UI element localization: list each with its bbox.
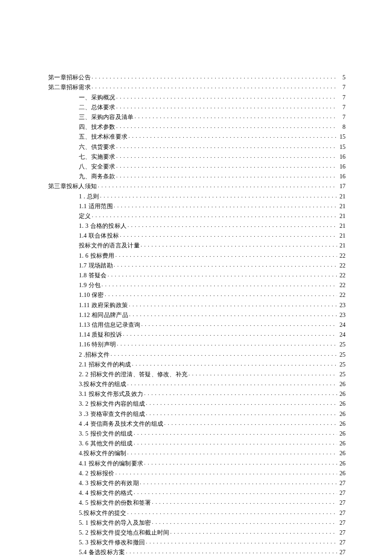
toc-leader-dots [164, 420, 337, 426]
toc-entry[interactable]: 定义21 [48, 212, 346, 219]
toc-entry[interactable]: 3. 6 其他文件的组成26 [48, 439, 346, 447]
toc-entry[interactable]: 五、技术标准要求15 [48, 133, 346, 140]
toc-entry-page: 17 [338, 183, 346, 189]
toc-entry[interactable]: 1. 3 合格的投标人21 [48, 222, 346, 229]
toc-entry-page: 23 [338, 302, 346, 308]
toc-entry[interactable]: 三、采购内容及清单7 [48, 113, 346, 120]
toc-leader-dots [114, 262, 337, 267]
toc-entry[interactable]: 1.16 特别声明25 [48, 340, 346, 348]
toc-entry[interactable]: 4. 3 投标文件的有效期27 [48, 479, 346, 486]
toc-leader-dots [146, 400, 337, 406]
toc-entry-page: 26 [338, 401, 346, 407]
toc-entry[interactable]: 2.1 招标文件的构成25 [48, 360, 346, 367]
toc-leader-dots [110, 350, 337, 356]
toc-entry-label: 2.1 招标文件的构成 [79, 361, 131, 367]
toc-entry[interactable]: 第一章招标公告5 [48, 73, 346, 81]
toc-entry[interactable]: 4.1 投标文件的编制要求26 [48, 459, 346, 466]
toc-leader-dots [129, 301, 337, 307]
toc-entry-label: 第一章招标公告 [48, 74, 91, 80]
toc-entry[interactable]: 九、商务条款16 [48, 172, 346, 180]
toc-entry[interactable]: 1.7 现场踏勘22 [48, 262, 346, 269]
toc-entry[interactable]: 1. 6 投标费用22 [48, 251, 346, 259]
toc-entry-page: 21 [338, 232, 346, 238]
toc-entry[interactable]: 1.1 适用范围21 [48, 202, 346, 209]
toc-leader-dots [141, 241, 337, 247]
toc-entry[interactable]: 1.14 质疑和投诉24 [48, 331, 346, 338]
document-page: 第一章招标公告5第二章招标需求7一、采购概况7二、总体要求7三、采购内容及清单7… [0, 0, 392, 555]
toc-entry-label: 1.13 信用信息记录查询 [79, 322, 141, 328]
toc-entry[interactable]: 2 .招标文件25 [48, 350, 346, 357]
toc-entry[interactable]: 第二章招标需求7 [48, 83, 346, 90]
toc-leader-dots [141, 321, 337, 327]
toc-leader-dots [105, 291, 337, 297]
toc-entry[interactable]: 一、采购概况7 [48, 93, 346, 100]
toc-entry-label: 八、安全要求 [79, 163, 115, 169]
toc-entry-label: 五、技术标准要求 [79, 134, 127, 139]
toc-entry[interactable]: 3.1 投标文件形式及效力26 [48, 390, 346, 397]
toc-entry-label: 1 . 总则 [79, 193, 99, 199]
toc-entry[interactable]: 4 .4 资信商务及技术文件的组成26 [48, 420, 346, 427]
toc-entry-page: 24 [338, 331, 346, 337]
toc-entry[interactable]: 第三章投标人须知17 [48, 182, 346, 189]
toc-entry-page: 26 [338, 460, 346, 466]
toc-entry-page: 27 [338, 500, 346, 506]
toc-entry[interactable]: 四、技术参数8 [48, 123, 346, 130]
toc-entry-label: 六、供货要求 [79, 144, 115, 150]
toc-entry[interactable]: 1.10 保密22 [48, 291, 346, 298]
toc-entry-label: 4.1 投标文件的编制要求 [79, 460, 143, 466]
toc-leader-dots [92, 212, 337, 218]
toc-entry[interactable]: 3. 2 投标文件内容的组成26 [48, 400, 346, 407]
toc-entry-page: 27 [338, 510, 346, 516]
toc-entry-page: 26 [338, 430, 346, 436]
toc-entry-page: 5 [338, 74, 346, 80]
toc-entry[interactable]: 1.12 相同品牌产品23 [48, 311, 346, 318]
toc-entry-label: 九、商务条款 [79, 173, 115, 179]
toc-entry[interactable]: 1.4 联合体投标21 [48, 232, 346, 239]
toc-entry-page: 26 [338, 440, 346, 446]
toc-entry[interactable]: 5. 1 投标文件的导入及加密27 [48, 518, 346, 526]
toc-leader-dots [92, 83, 337, 89]
toc-leader-dots [146, 538, 337, 544]
toc-entry[interactable]: 1.9 分包22 [48, 281, 346, 288]
toc-leader-dots [116, 153, 337, 159]
toc-entry[interactable]: 5. 3 投标文件修改和撤回27 [48, 538, 346, 546]
toc-entry-label: 5.4 备选投标方案 [79, 549, 125, 555]
toc-entry[interactable]: 3.投标文件的组成26 [48, 380, 346, 387]
toc-entry-label: 1.14 质疑和投诉 [79, 331, 122, 337]
toc-entry[interactable]: 六、供货要求15 [48, 142, 346, 150]
toc-entry-page: 24 [338, 322, 346, 328]
toc-entry[interactable]: 3. 5 报价文件的组成26 [48, 430, 346, 437]
toc-entry[interactable]: 七、实施要求16 [48, 153, 346, 160]
toc-entry[interactable]: 1.8 答疑会22 [48, 271, 346, 279]
toc-entry-page: 21 [338, 213, 346, 219]
toc-entry[interactable]: 4.投标文件的编制26 [48, 449, 346, 456]
toc-entry[interactable]: 2. 2 招标文件的澄清、答疑、修改、补充25 [48, 370, 346, 378]
toc-entry[interactable]: 二、总体要求7 [48, 103, 346, 110]
toc-leader-dots [92, 73, 337, 79]
toc-entry[interactable]: 5.投标文件的提交27 [48, 509, 346, 516]
toc-entry[interactable]: 1.13 信用信息记录查询24 [48, 321, 346, 328]
toc-entry-page: 16 [338, 163, 346, 169]
toc-entry-label: 3. 5 报价文件的组成 [79, 430, 133, 436]
toc-entry-label: 4. 2 投标报价 [79, 470, 115, 476]
toc-entry[interactable]: 5. 2 投标文件提交地点和截止时间27 [48, 529, 346, 536]
toc-entry[interactable]: 5.4 备选投标方案27 [48, 548, 346, 555]
toc-entry[interactable]: 1 . 总则21 [48, 192, 346, 199]
toc-leader-dots [128, 133, 337, 139]
toc-entry[interactable]: 4. 2 投标报价26 [48, 469, 346, 477]
toc-entry-page: 21 [338, 242, 346, 248]
toc-leader-dots [116, 172, 337, 178]
toc-entry-page: 27 [338, 549, 346, 555]
toc-leader-dots [140, 479, 337, 485]
toc-entry[interactable]: 1.11 政府采购政策23 [48, 301, 346, 308]
toc-leader-dots [115, 469, 337, 475]
toc-leader-dots [127, 449, 337, 455]
toc-entry[interactable]: 4. 5 投标文件的份数和签署27 [48, 499, 346, 506]
toc-entry-page: 21 [338, 203, 346, 209]
toc-entry[interactable]: 八、安全要求16 [48, 163, 346, 170]
toc-entry[interactable]: 3 .3 资格审查文件的组成26 [48, 410, 346, 417]
toc-entry[interactable]: 4. 4 投标文件的格式27 [48, 489, 346, 496]
toc-entry-label: 第三章投标人须知 [48, 183, 97, 189]
toc-entry[interactable]: 投标文件的语言及计量21 [48, 241, 346, 249]
toc-entry-page: 26 [338, 421, 346, 427]
